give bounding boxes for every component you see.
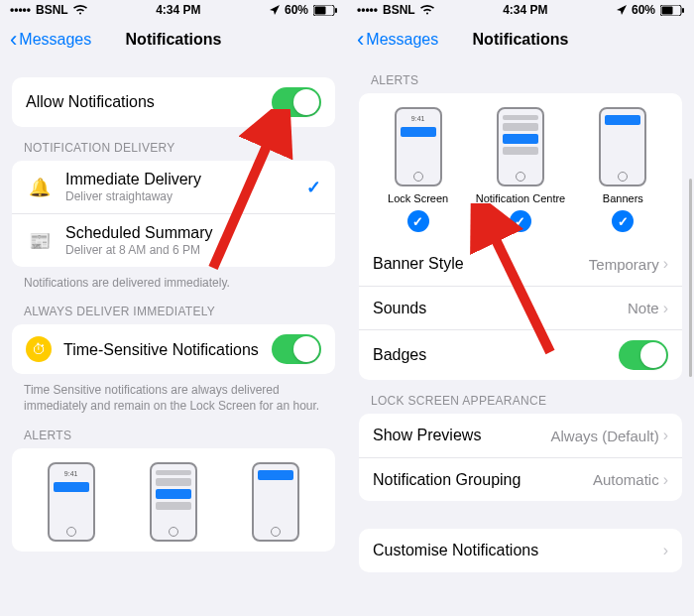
phone-glyph-banners: [252, 462, 299, 542]
svg-rect-4: [661, 6, 672, 14]
page-title: Notifications: [126, 31, 222, 49]
alert-label-banners: Banners: [603, 192, 643, 204]
alerts-header-right: ALERTS: [359, 60, 682, 93]
phone-glyph-banners: [599, 107, 646, 186]
immediate-delivery-row[interactable]: 🔔 Immediate Delivery Deliver straightawa…: [12, 161, 335, 213]
carrier-label: BSNL: [36, 3, 68, 17]
battery-label: 60%: [632, 3, 655, 17]
wifi-icon: [420, 5, 434, 15]
grouping-label: Notification Grouping: [373, 471, 593, 489]
delivery-footer: Notifications are delivered immediately.: [12, 267, 335, 291]
back-button[interactable]: ‹ Messages: [10, 29, 91, 51]
scheduled-title: Scheduled Summary: [65, 224, 321, 242]
battery-label: 60%: [285, 3, 308, 17]
badges-label: Badges: [373, 346, 619, 364]
alert-option-banners[interactable]: Banners ✓: [572, 107, 673, 232]
nav-bar: ‹ Messages Notifications: [347, 20, 694, 60]
customise-label: Customise Notifications: [373, 542, 663, 559]
phone-glyph-lockscreen: 9:41: [395, 107, 442, 186]
allow-notifications-row[interactable]: Allow Notifications: [12, 77, 335, 127]
chevron-right-icon: ›: [663, 427, 668, 444]
check-centre[interactable]: ✓: [510, 210, 531, 232]
customise-row[interactable]: Customise Notifications ›: [359, 529, 682, 572]
chevron-right-icon: ›: [663, 300, 668, 317]
scheduled-summary-row[interactable]: 📰 Scheduled Summary Deliver at 8 AM and …: [12, 213, 335, 267]
chevron-right-icon: ›: [663, 471, 668, 489]
check-banners[interactable]: ✓: [612, 210, 634, 232]
immediate-sub: Deliver straightaway: [65, 189, 306, 203]
sounds-row[interactable]: Sounds Note ›: [359, 286, 682, 329]
immediate-title: Immediate Delivery: [65, 171, 306, 188]
badges-toggle[interactable]: [619, 340, 668, 370]
location-icon: [270, 5, 280, 15]
status-bar: ••••• BSNL 4:34 PM 60%: [347, 0, 694, 20]
banner-style-row[interactable]: Banner Style Temporary ›: [359, 242, 682, 286]
show-previews-row[interactable]: Show Previews Always (Default) ›: [359, 414, 682, 457]
banner-style-label: Banner Style: [373, 255, 589, 273]
signal-icon: •••••: [10, 3, 31, 17]
badges-row[interactable]: Badges: [359, 329, 682, 380]
summary-icon: 📰: [26, 227, 54, 255]
bell-icon: 🔔: [26, 174, 54, 201]
clock-icon: ⏱: [26, 336, 52, 362]
alert-option-centre[interactable]: Notification Centre ✓: [470, 107, 571, 232]
chevron-left-icon: ‹: [10, 29, 17, 51]
phone-glyph-centre: [497, 107, 544, 186]
lockscreen-header: LOCK SCREEN APPEARANCE: [359, 380, 682, 414]
carrier-label: BSNL: [383, 3, 415, 17]
phone-glyph-centre: [150, 462, 197, 542]
sounds-label: Sounds: [373, 300, 628, 317]
show-previews-value: Always (Default): [550, 428, 658, 444]
alerts-card-right: 9:41 Lock Screen ✓ Notification Centre ✓: [359, 93, 682, 380]
scroll-indicator[interactable]: [689, 179, 692, 377]
time-sensitive-toggle[interactable]: [272, 334, 321, 364]
grouping-value: Automatic: [593, 471, 659, 488]
time-sensitive-footer: Time Sensitive notifications are always …: [12, 374, 335, 414]
check-lockscreen[interactable]: ✓: [407, 210, 429, 232]
customise-card: Customise Notifications ›: [359, 529, 682, 572]
phone-glyph-lockscreen: 9:41: [48, 462, 95, 542]
clock-label: 4:34 PM: [503, 3, 547, 17]
phone-screen-left: ••••• BSNL 4:34 PM 60% ‹ Messages Notifi…: [0, 0, 347, 616]
wifi-icon: [73, 5, 87, 15]
alert-option-banners[interactable]: [225, 462, 326, 542]
svg-rect-1: [314, 6, 325, 14]
banner-style-value: Temporary: [589, 256, 659, 273]
time-sensitive-card: ⏱ Time-Sensitive Notifications: [12, 324, 335, 374]
chevron-right-icon: ›: [663, 542, 668, 559]
svg-rect-5: [682, 8, 684, 13]
delivery-card: 🔔 Immediate Delivery Deliver straightawa…: [12, 161, 335, 267]
sounds-value: Note: [628, 300, 659, 316]
back-label: Messages: [19, 31, 91, 49]
scheduled-sub: Deliver at 8 AM and 6 PM: [65, 243, 321, 257]
svg-rect-2: [335, 8, 337, 13]
back-button[interactable]: ‹ Messages: [357, 29, 438, 51]
back-label: Messages: [366, 31, 438, 49]
battery-icon: [313, 5, 337, 16]
page-title: Notifications: [473, 31, 569, 49]
nav-bar: ‹ Messages Notifications: [0, 20, 347, 60]
chevron-left-icon: ‹: [357, 29, 364, 51]
location-icon: [617, 5, 627, 15]
lockscreen-card: Show Previews Always (Default) › Notific…: [359, 414, 682, 501]
checkmark-icon: ✓: [306, 177, 321, 198]
battery-icon: [660, 5, 684, 16]
alert-option-lockscreen[interactable]: 9:41 Lock Screen ✓: [368, 107, 469, 232]
alerts-card-left: 9:41: [12, 448, 335, 552]
alert-label-lockscreen: Lock Screen: [388, 192, 448, 204]
time-sensitive-label: Time-Sensitive Notifications: [63, 340, 272, 359]
show-previews-label: Show Previews: [373, 427, 550, 444]
alert-option-lockscreen[interactable]: 9:41: [21, 462, 122, 542]
chevron-right-icon: ›: [663, 255, 668, 273]
alert-label-centre: Notification Centre: [476, 192, 566, 204]
always-header: ALWAYS DELIVER IMMEDIATELY: [12, 291, 335, 324]
grouping-row[interactable]: Notification Grouping Automatic ›: [359, 457, 682, 501]
signal-icon: •••••: [357, 3, 378, 17]
alerts-header-left: ALERTS: [12, 415, 335, 448]
clock-label: 4:34 PM: [156, 3, 200, 17]
time-sensitive-row[interactable]: ⏱ Time-Sensitive Notifications: [12, 324, 335, 374]
alert-option-centre[interactable]: [123, 462, 224, 542]
allow-toggle[interactable]: [272, 87, 321, 117]
status-bar: ••••• BSNL 4:34 PM 60%: [0, 0, 347, 20]
phone-screen-right: ••••• BSNL 4:34 PM 60% ‹ Messages Notifi…: [347, 0, 694, 616]
